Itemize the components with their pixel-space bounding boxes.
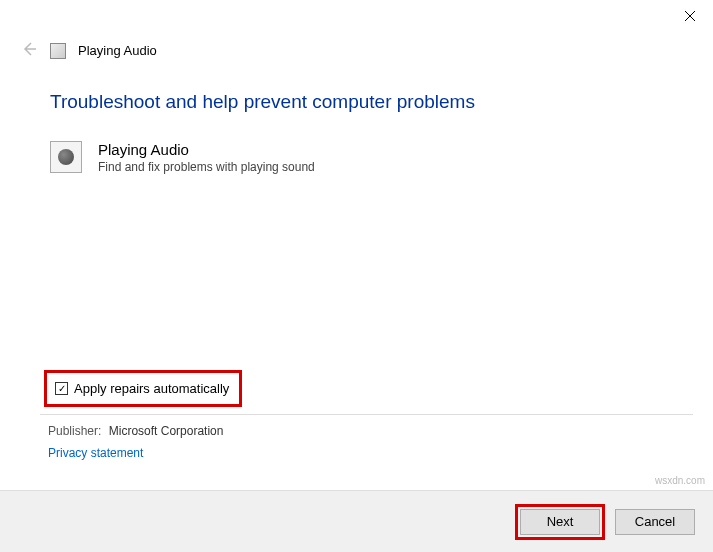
- back-button: [20, 40, 38, 61]
- next-button[interactable]: Next: [520, 509, 600, 535]
- publisher-value: Microsoft Corporation: [109, 424, 224, 438]
- troubleshooter-icon: [50, 43, 66, 59]
- window-title: Playing Audio: [78, 43, 157, 58]
- apply-repairs-label: Apply repairs automatically: [74, 381, 229, 396]
- troubleshooter-description: Find and fix problems with playing sound: [98, 160, 315, 174]
- close-icon: [684, 10, 696, 22]
- content-area: Troubleshoot and help prevent computer p…: [0, 71, 713, 174]
- troubleshooter-item: Playing Audio Find and fix problems with…: [50, 141, 663, 174]
- main-heading: Troubleshoot and help prevent computer p…: [50, 91, 663, 113]
- checkmark-icon: ✓: [58, 384, 66, 394]
- header: Playing Audio: [0, 32, 713, 71]
- back-arrow-icon: [20, 40, 38, 58]
- apply-repairs-option[interactable]: ✓ Apply repairs automatically: [44, 370, 242, 407]
- publisher-label: Publisher:: [48, 424, 101, 438]
- publisher-info: Publisher: Microsoft Corporation: [48, 424, 223, 438]
- troubleshooter-title: Playing Audio: [98, 141, 315, 158]
- cancel-button[interactable]: Cancel: [615, 509, 695, 535]
- audio-icon: [50, 141, 82, 173]
- apply-repairs-checkbox[interactable]: ✓: [55, 382, 68, 395]
- privacy-statement-link[interactable]: Privacy statement: [48, 446, 143, 460]
- divider: [40, 414, 693, 415]
- watermark: wsxdn.com: [655, 475, 705, 486]
- titlebar: [0, 0, 713, 32]
- close-button[interactable]: [667, 0, 713, 32]
- next-button-highlight: Next: [515, 504, 605, 540]
- button-bar: Next Cancel: [0, 490, 713, 552]
